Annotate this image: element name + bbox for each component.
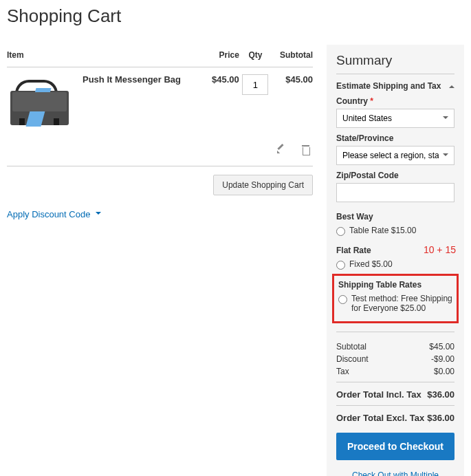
total-excl-value: $36.00 bbox=[427, 413, 454, 423]
shipping-flat-rate: Flat Rate 10 + 15 Fixed $5.00 bbox=[336, 246, 454, 270]
product-name[interactable]: Push It Messenger Bag bbox=[83, 74, 181, 85]
shipping-best-way: Best Way Table Rate $15.00 bbox=[336, 212, 454, 236]
estimate-shipping-toggle[interactable]: Estimate Shipping and Tax bbox=[336, 81, 454, 91]
page-title: Shopping Cart bbox=[7, 6, 464, 27]
header-qty: Qty bbox=[239, 45, 272, 67]
state-label: State/Province bbox=[336, 133, 454, 143]
total-excl-label: Order Total Excl. Tax bbox=[336, 413, 424, 423]
summary-panel: Summary Estimate Shipping and Tax Countr… bbox=[327, 45, 464, 476]
summary-title: Summary bbox=[336, 53, 454, 74]
qty-input[interactable] bbox=[242, 74, 268, 95]
proceed-checkout-button[interactable]: Proceed to Checkout bbox=[336, 433, 454, 460]
header-item: Item bbox=[7, 45, 205, 67]
edit-item-icon[interactable] bbox=[276, 144, 288, 157]
tax-label: Tax bbox=[336, 367, 349, 376]
highlight-annotation: Shipping Table Rates Test method: Free S… bbox=[332, 274, 459, 323]
discount-label: Discount bbox=[336, 354, 369, 364]
zip-label: Zip/Postal Code bbox=[336, 171, 454, 180]
tax-value: $0.00 bbox=[434, 367, 454, 376]
chevron-down-icon bbox=[443, 116, 448, 122]
subtotal-value: $45.00 bbox=[429, 342, 454, 351]
discount-value: -$9.00 bbox=[431, 354, 454, 364]
annotation-text: 10 + 15 bbox=[424, 244, 456, 255]
product-price: $45.00 bbox=[212, 74, 239, 85]
header-subtotal: Subtotal bbox=[272, 45, 313, 67]
multiple-addresses-link[interactable]: Check Out with Multiple Addresses bbox=[352, 470, 439, 476]
cart-items-section: Item Price Qty Subtotal bbox=[7, 45, 313, 219]
cart-table: Item Price Qty Subtotal bbox=[7, 45, 313, 166]
product-image[interactable] bbox=[7, 78, 72, 133]
chevron-down-icon bbox=[443, 153, 448, 159]
country-label: Country bbox=[336, 96, 454, 106]
remove-item-icon[interactable] bbox=[300, 144, 313, 157]
cart-row: Push It Messenger Bag $45.00 $45.00 bbox=[7, 67, 313, 141]
apply-discount-toggle[interactable]: Apply Discount Code bbox=[7, 209, 313, 219]
zip-input[interactable] bbox=[336, 183, 454, 202]
subtotal-label: Subtotal bbox=[336, 342, 366, 351]
country-select[interactable]: United States bbox=[336, 109, 454, 128]
ship-option-fixed[interactable]: Fixed $5.00 bbox=[336, 259, 454, 270]
totals-section: Subtotal$45.00 Discount-$9.00 Tax$0.00 O… bbox=[336, 332, 454, 423]
ship-option-test-method[interactable]: Test method: Free Shipping for Everyone … bbox=[338, 294, 452, 313]
ship-option-table-rate[interactable]: Table Rate $15.00 bbox=[336, 226, 454, 236]
update-cart-button[interactable]: Update Shopping Cart bbox=[213, 175, 313, 195]
product-subtotal: $45.00 bbox=[285, 74, 313, 85]
total-incl-value: $36.00 bbox=[427, 389, 454, 400]
header-price: Price bbox=[205, 45, 239, 67]
chevron-up-icon bbox=[449, 83, 454, 88]
state-select[interactable]: Please select a region, state or provinc… bbox=[336, 146, 454, 165]
total-incl-label: Order Total Incl. Tax bbox=[336, 389, 421, 400]
